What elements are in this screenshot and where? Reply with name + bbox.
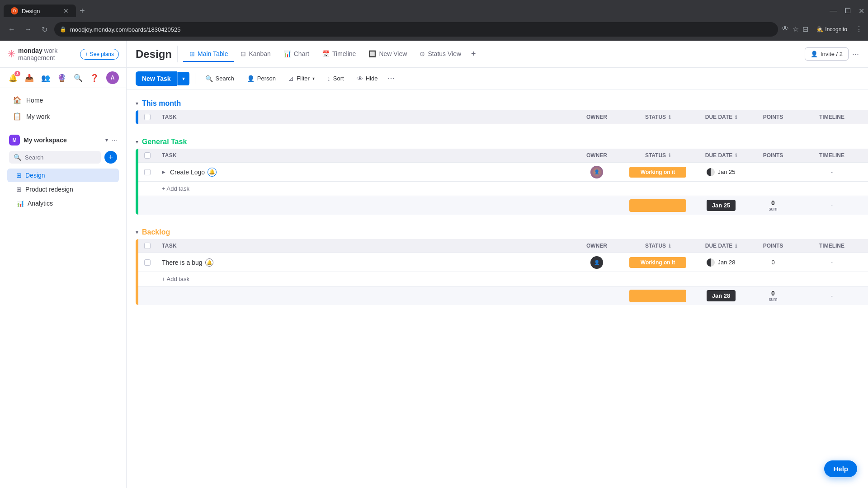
notification-bell-bug[interactable]: 🔔 — [205, 258, 213, 267]
sort-button[interactable]: ↕ Sort — [323, 72, 349, 85]
workspace-header[interactable]: M My workspace ▾ ··· — [4, 132, 123, 148]
status-info-icon[interactable]: ℹ — [669, 114, 670, 120]
duedate-info-bl[interactable]: ℹ — [735, 243, 737, 249]
group-this-month-collapse[interactable]: ▾ — [136, 100, 138, 107]
search-box[interactable]: 🔍 Search — [9, 151, 101, 164]
duedate-info-icon[interactable]: ℹ — [735, 114, 737, 120]
help-icon[interactable]: ❓ — [90, 74, 99, 82]
board-item-product-redesign[interactable]: ⊞ Product redesign ··· — [7, 183, 119, 196]
sidebar-toggle-icon[interactable]: ⊟ — [802, 25, 808, 34]
select-all-bl[interactable] — [144, 243, 151, 249]
group-backlog-collapse[interactable]: ▾ — [136, 229, 138, 235]
tab-chart[interactable]: 📊 Chart — [277, 47, 316, 62]
person-label: Person — [257, 75, 276, 82]
chart-icon: 📊 — [283, 50, 291, 57]
workspace-more-icon[interactable]: ··· — [112, 136, 117, 144]
tab-new-view[interactable]: 🔲 New View — [362, 47, 413, 62]
group-backlog-title[interactable]: Backlog — [142, 228, 170, 236]
sidebar-item-home[interactable]: 🏠 Home — [4, 92, 123, 108]
col-status-gt: Status ℹ — [624, 149, 692, 162]
tab-timeline[interactable]: 📅 Timeline — [316, 47, 362, 62]
search-icon: 🔍 — [14, 154, 21, 161]
select-all-checkbox-this-month[interactable] — [144, 114, 151, 120]
board-grid-icon: ⊞ — [16, 172, 22, 179]
this-month-header-row: Task Owner Status ℹ Due date ℹ Points Ti… — [138, 110, 868, 124]
user-avatar[interactable]: A — [106, 71, 119, 84]
new-task-dropdown-button[interactable]: ▾ — [177, 72, 189, 85]
new-task-button[interactable]: New Task — [136, 71, 177, 86]
group-general-task-title[interactable]: General Task — [142, 138, 187, 146]
workspace-name: My workspace — [24, 136, 67, 144]
invite-button[interactable]: 👤 Invite / 2 — [805, 47, 849, 61]
tab-kanban[interactable]: ⊟ Kanban — [234, 47, 277, 62]
person-filter-button[interactable]: 👤 Person — [242, 72, 280, 85]
incognito-icon: 🕵 — [816, 26, 823, 33]
toolbar-actions: 👁 ☆ ⊟ 🕵 Incognito ⋮ — [782, 25, 863, 34]
close-button[interactable]: ✕ — [859, 7, 864, 15]
filter-button[interactable]: ⊿ Filter ▾ — [284, 72, 319, 85]
browser-tab-active[interactable]: D Design ✕ — [4, 5, 76, 17]
add-task-bl[interactable]: + Add task — [138, 272, 868, 286]
hide-button[interactable]: 👁 Hide — [352, 72, 382, 85]
timeline-icon: 📅 — [322, 50, 330, 57]
sidebar-header: ✳ monday work management + See plans — [0, 41, 126, 68]
maximize-button[interactable]: ⧠ — [844, 7, 851, 15]
help-button[interactable]: Help — [824, 460, 857, 477]
add-task-gt[interactable]: + Add task — [138, 182, 868, 196]
row-check-bug — [138, 259, 156, 266]
back-button[interactable]: ← — [5, 23, 18, 36]
search-header-icon[interactable]: 🔍 — [74, 74, 83, 82]
checkbox-create-logo[interactable] — [144, 169, 151, 175]
board-item-design[interactable]: ⊞ Design ··· — [7, 169, 119, 182]
timeline-cell-bug: - — [796, 259, 868, 266]
apps-icon[interactable]: 🔮 — [57, 74, 66, 82]
expand-create-logo[interactable]: ▶ — [162, 169, 165, 174]
task-cell-create-logo: ▶ Create Logo 🔔 — [156, 168, 570, 177]
add-button[interactable]: + — [104, 151, 117, 164]
star-icon[interactable]: ☆ — [793, 25, 799, 34]
person-icon: 👤 — [811, 51, 818, 57]
minimize-button[interactable]: — — [830, 7, 837, 15]
duedate-text-create-logo: Jan 25 — [717, 169, 735, 175]
select-all-gt[interactable] — [144, 152, 151, 159]
extensions-icon[interactable]: ⋮ — [855, 25, 863, 34]
inbox-icon[interactable]: 📥 — [25, 74, 34, 82]
status-info-bl[interactable]: ℹ — [669, 243, 670, 249]
group-this-month-title[interactable]: This month — [142, 99, 181, 108]
checkbox-bug[interactable] — [144, 259, 151, 266]
col-check-header — [138, 114, 156, 120]
sidebar-item-mywork[interactable]: 📋 My work — [4, 108, 123, 124]
group-general-task-collapse[interactable]: ▾ — [136, 139, 138, 145]
team-icon[interactable]: 👥 — [41, 74, 50, 82]
more-options-button[interactable]: ··· — [852, 49, 859, 59]
status-badge-bug: Working on it — [629, 257, 686, 268]
toolbar-more-button[interactable]: ··· — [386, 72, 396, 85]
summary-points-gt: 0 sum — [750, 197, 796, 213]
col-timeline-header: Timeline — [796, 110, 868, 124]
toolbar-separator — [195, 73, 195, 84]
status-cell-create-logo[interactable]: Working on it — [624, 165, 692, 179]
search-button[interactable]: 🔍 Search — [201, 72, 239, 85]
status-info-gt[interactable]: ℹ — [669, 153, 670, 159]
general-task-header-row: Task Owner Status ℹ Due date ℹ Points Ti… — [138, 149, 868, 163]
notification-bell-create-logo[interactable]: 🔔 — [208, 168, 217, 177]
add-view-button[interactable]: + — [467, 46, 480, 62]
forward-button[interactable]: → — [22, 23, 34, 36]
filter-dropdown-icon: ▾ — [312, 76, 315, 81]
duedate-cell-create-logo: Jan 25 — [692, 168, 750, 176]
refresh-button[interactable]: ↻ — [38, 23, 51, 36]
col-status-bl: Status ℹ — [624, 239, 692, 253]
eye-icon[interactable]: 👁 — [782, 25, 789, 34]
tab-close-button[interactable]: ✕ — [63, 7, 69, 14]
board-item-analytics[interactable]: 📊 Analytics ··· — [7, 197, 119, 210]
notifications-icon-wrap[interactable]: 🔔 3 — [9, 74, 18, 82]
see-plans-button[interactable]: + See plans — [80, 49, 119, 60]
duedate-info-gt[interactable]: ℹ — [735, 153, 737, 159]
tab-main-table[interactable]: ⊞ Main Table — [183, 47, 234, 62]
status-cell-bug[interactable]: Working on it — [624, 255, 692, 270]
tab-status-view[interactable]: ⊙ Status View — [413, 47, 467, 62]
col-points-gt: Points — [750, 149, 796, 162]
address-bar[interactable]: 🔒 moodjoy.monday.com/boards/1830420525 — [54, 22, 778, 37]
browser-toolbar: ← → ↻ 🔒 moodjoy.monday.com/boards/183042… — [0, 18, 868, 41]
new-tab-button[interactable]: + — [76, 6, 89, 16]
